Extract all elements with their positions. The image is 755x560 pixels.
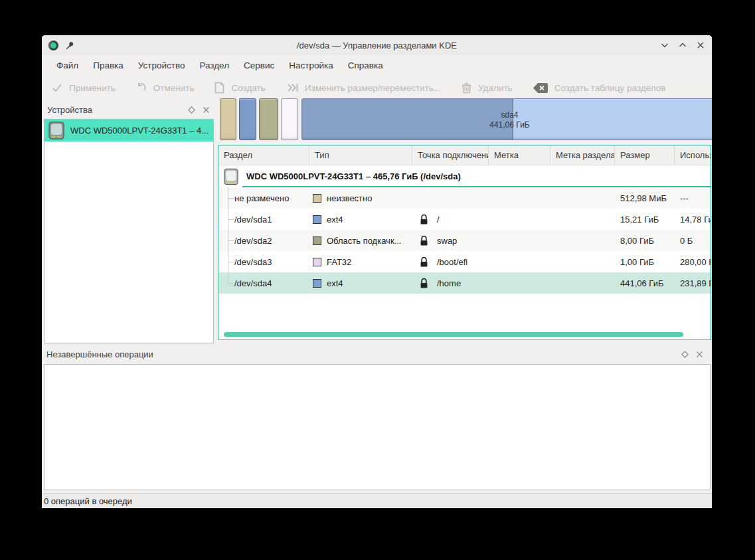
hard-disk-icon	[224, 168, 238, 185]
used-value: 14,78 ГиБ	[675, 209, 711, 230]
tree-branch	[228, 198, 234, 199]
fs-type: ext4	[327, 215, 343, 225]
hard-disk-icon	[48, 122, 64, 140]
close-panel-icon[interactable]	[696, 351, 703, 358]
used-value: 231,89 ГиБ	[675, 272, 711, 294]
fs-color-swatch	[313, 194, 321, 203]
table-row-sda3[interactable]: /dev/sda3 FAT32 /boot/efi 1,00 ГиБ 280,0…	[218, 251, 711, 272]
partition-segment-sda3[interactable]	[281, 98, 298, 140]
tree-line	[228, 272, 228, 283]
device-overview-panel: sda4 441,06 ГиБ Раздел Тип Точка подключ…	[218, 96, 712, 375]
minimize-icon[interactable]	[659, 39, 671, 51]
fs-type: ext4	[327, 278, 343, 288]
maximize-icon[interactable]	[677, 39, 689, 51]
horizontal-scrollbar[interactable]	[224, 332, 683, 337]
partition-bar: sda4 441,06 ГиБ	[218, 96, 712, 141]
apply-button[interactable]: Применить	[51, 82, 116, 94]
partition-label	[550, 251, 615, 272]
table-row-unallocated[interactable]: не размечено неизвестно 512,98 МиБ ---	[218, 187, 711, 209]
lock-icon	[419, 256, 429, 268]
used-value: 0 Б	[675, 230, 711, 251]
fs-type: неизвестно	[327, 193, 373, 203]
menu-file[interactable]: Файл	[49, 58, 86, 73]
lock-icon	[419, 235, 429, 246]
fs-label	[489, 209, 550, 230]
partition-segment-unallocated[interactable]	[220, 98, 236, 140]
table-header: Раздел Тип Точка подключения Метка Метка…	[218, 145, 711, 165]
menu-bar: Файл Правка Устройство Раздел Сервис Нас…	[42, 55, 712, 75]
partition-label	[550, 209, 615, 230]
mount-point: /home	[437, 278, 461, 288]
mount-point: swap	[437, 236, 457, 246]
operations-list[interactable]	[44, 364, 711, 490]
lock-icon	[419, 214, 429, 225]
status-text: 0 операций в очереди	[44, 496, 132, 506]
title-bar[interactable]: /dev/sda — Управление разделами KDE	[42, 35, 712, 55]
used-value: ---	[675, 187, 711, 209]
column-header-mountpoint[interactable]: Точка подключения	[412, 145, 489, 165]
menu-device[interactable]: Устройство	[131, 58, 193, 73]
float-panel-icon[interactable]	[681, 351, 689, 358]
device-group-row[interactable]: WDC WD5000LPVT-24G33T1 – 465,76 ГиБ (/de…	[218, 165, 711, 187]
fs-type: FAT32	[327, 257, 351, 267]
menu-settings[interactable]: Настройка	[282, 58, 340, 73]
menu-help[interactable]: Справка	[341, 58, 390, 73]
table-row-sda1[interactable]: /dev/sda1 ext4 / 15,21 ГиБ 14,78 ГиБ	[218, 209, 711, 230]
new-partition-button[interactable]: Создать	[214, 82, 265, 94]
size-value: 512,98 МиБ	[615, 187, 675, 209]
table-row-sda4[interactable]: /dev/sda4 ext4 /home 441,06 ГиБ 231,89 Г…	[218, 272, 711, 294]
float-panel-icon[interactable]	[188, 106, 195, 114]
devices-panel-header: Устройства	[44, 101, 214, 118]
device-list: WDC WD5000LPVT-24G33T1 – 4...	[44, 119, 214, 343]
fs-label	[489, 272, 550, 294]
partition-segment-sda2[interactable]	[259, 98, 278, 140]
used-value: 280,00 КиБ	[675, 251, 711, 272]
close-panel-icon[interactable]	[203, 106, 210, 114]
size-value: 8,00 ГиБ	[615, 230, 675, 251]
device-group-label: WDC WD5000LPVT-24G33T1 – 465,76 ГиБ (/de…	[246, 171, 461, 181]
column-header-size[interactable]: Размер	[615, 145, 675, 165]
column-header-label[interactable]: Метка	[489, 145, 550, 165]
device-label: WDC WD5000LPVT-24G33T1 – 4...	[70, 126, 209, 136]
menu-partition[interactable]: Раздел	[192, 58, 236, 73]
delete-button[interactable]: Удалить	[461, 82, 513, 94]
check-icon	[51, 82, 63, 94]
operations-panel-header: Незавершённые операции	[44, 345, 710, 363]
column-header-type[interactable]: Тип	[309, 145, 412, 165]
app-window: /dev/sda — Управление разделами KDE Файл…	[42, 35, 712, 508]
menu-edit[interactable]: Правка	[86, 58, 131, 73]
column-header-partition-label[interactable]: Метка раздела	[550, 145, 615, 165]
partition-label	[550, 272, 615, 294]
undo-icon	[135, 82, 147, 94]
menu-tools[interactable]: Сервис	[236, 58, 282, 73]
tree-branch	[228, 240, 234, 241]
resize-move-button[interactable]: Изменить размер/переместить...	[286, 82, 441, 94]
undo-button[interactable]: Отменить	[135, 82, 195, 94]
fs-color-swatch	[313, 258, 321, 266]
window-title: /dev/sda — Управление разделами KDE	[42, 41, 712, 50]
device-list-item[interactable]: WDC WD5000LPVT-24G33T1 – 4...	[44, 120, 213, 141]
partition-table: Раздел Тип Точка подключения Метка Метка…	[218, 145, 711, 340]
partition-label	[550, 230, 615, 251]
size-value: 441,06 ГиБ	[615, 272, 675, 294]
operations-panel-title: Незавершённые операции	[46, 349, 153, 359]
size-value: 15,21 ГиБ	[615, 209, 675, 230]
backspace-icon	[533, 82, 548, 94]
table-row-sda2[interactable]: /dev/sda2 Область подкачк... swap 8,00 Г…	[218, 230, 711, 251]
close-icon[interactable]	[695, 39, 707, 51]
tree-branch	[228, 219, 234, 220]
fs-label	[489, 187, 550, 209]
fs-color-swatch	[313, 215, 321, 224]
fs-label	[489, 251, 550, 272]
partition-segment-sda1[interactable]	[239, 98, 256, 140]
status-bar: 0 операций в очереди	[42, 493, 712, 508]
tree-branch	[228, 262, 234, 262]
new-document-icon	[214, 82, 225, 94]
partition-segment-sda4[interactable]: sda4 441,06 ГиБ	[301, 98, 712, 140]
tree-branch	[228, 283, 234, 284]
column-header-used[interactable]: Использовано	[675, 145, 711, 165]
partition-label	[550, 187, 615, 209]
fs-label	[489, 230, 550, 251]
column-header-partition[interactable]: Раздел	[218, 145, 309, 165]
new-partition-table-button[interactable]: Создать таблицу разделов	[533, 82, 666, 94]
